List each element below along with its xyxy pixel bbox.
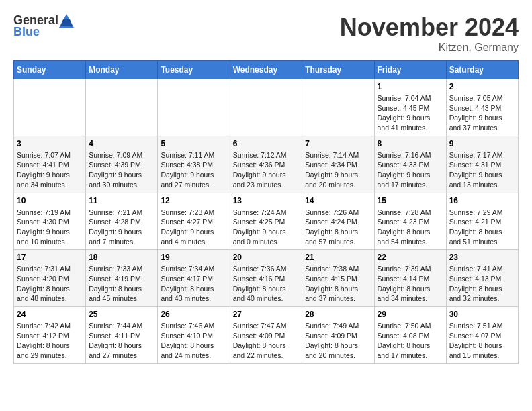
calendar-cell bbox=[230, 79, 302, 136]
col-header-saturday: Saturday bbox=[446, 61, 518, 79]
calendar-cell bbox=[14, 79, 86, 136]
day-info: Sunrise: 7:51 AM Sunset: 4:07 PM Dayligh… bbox=[449, 321, 515, 361]
calendar-cell: 8Sunrise: 7:16 AM Sunset: 4:33 PM Daylig… bbox=[374, 136, 446, 193]
day-info: Sunrise: 7:07 AM Sunset: 4:41 PM Dayligh… bbox=[17, 150, 83, 190]
day-number: 16 bbox=[449, 196, 515, 205]
calendar-cell bbox=[86, 79, 158, 136]
day-number: 9 bbox=[449, 139, 515, 148]
day-number: 10 bbox=[17, 196, 83, 205]
calendar-header-row: SundayMondayTuesdayWednesdayThursdayFrid… bbox=[14, 61, 519, 79]
calendar-cell: 27Sunrise: 7:47 AM Sunset: 4:09 PM Dayli… bbox=[230, 307, 302, 364]
day-number: 5 bbox=[161, 139, 226, 148]
calendar-cell: 21Sunrise: 7:38 AM Sunset: 4:15 PM Dayli… bbox=[302, 250, 374, 307]
logo-icon bbox=[59, 14, 74, 28]
calendar-cell: 16Sunrise: 7:29 AM Sunset: 4:21 PM Dayli… bbox=[446, 193, 518, 250]
calendar-cell: 18Sunrise: 7:33 AM Sunset: 4:19 PM Dayli… bbox=[86, 250, 158, 307]
day-number: 28 bbox=[305, 310, 371, 319]
day-info: Sunrise: 7:36 AM Sunset: 4:16 PM Dayligh… bbox=[233, 264, 300, 304]
day-info: Sunrise: 7:42 AM Sunset: 4:12 PM Dayligh… bbox=[17, 321, 83, 361]
calendar-cell: 23Sunrise: 7:41 AM Sunset: 4:13 PM Dayli… bbox=[446, 250, 518, 307]
day-info: Sunrise: 7:33 AM Sunset: 4:19 PM Dayligh… bbox=[89, 264, 154, 304]
day-info: Sunrise: 7:23 AM Sunset: 4:27 PM Dayligh… bbox=[161, 208, 226, 247]
day-info: Sunrise: 7:24 AM Sunset: 4:25 PM Dayligh… bbox=[233, 208, 300, 247]
calendar-cell: 4Sunrise: 7:09 AM Sunset: 4:39 PM Daylig… bbox=[86, 136, 158, 193]
day-number: 29 bbox=[378, 310, 443, 319]
calendar-cell: 6Sunrise: 7:12 AM Sunset: 4:36 PM Daylig… bbox=[230, 136, 302, 193]
calendar-cell: 26Sunrise: 7:46 AM Sunset: 4:10 PM Dayli… bbox=[158, 307, 230, 364]
logo-block: General Blue bbox=[13, 13, 75, 39]
calendar-week-1: 1Sunrise: 7:04 AM Sunset: 4:45 PM Daylig… bbox=[14, 79, 519, 136]
day-number: 7 bbox=[305, 139, 371, 148]
day-info: Sunrise: 7:44 AM Sunset: 4:11 PM Dayligh… bbox=[89, 321, 154, 361]
day-number: 4 bbox=[89, 139, 154, 148]
calendar-cell: 19Sunrise: 7:34 AM Sunset: 4:17 PM Dayli… bbox=[158, 250, 230, 307]
calendar-week-3: 10Sunrise: 7:19 AM Sunset: 4:30 PM Dayli… bbox=[14, 193, 519, 250]
day-number: 13 bbox=[233, 196, 300, 205]
day-number: 1 bbox=[378, 82, 443, 91]
calendar-cell: 12Sunrise: 7:23 AM Sunset: 4:27 PM Dayli… bbox=[158, 193, 230, 250]
day-info: Sunrise: 7:12 AM Sunset: 4:36 PM Dayligh… bbox=[233, 150, 300, 190]
svg-marker-1 bbox=[60, 19, 73, 26]
day-number: 8 bbox=[378, 139, 443, 148]
calendar-cell: 29Sunrise: 7:50 AM Sunset: 4:08 PM Dayli… bbox=[374, 307, 446, 364]
calendar-cell: 20Sunrise: 7:36 AM Sunset: 4:16 PM Dayli… bbox=[230, 250, 302, 307]
calendar-cell: 13Sunrise: 7:24 AM Sunset: 4:25 PM Dayli… bbox=[230, 193, 302, 250]
calendar-week-4: 17Sunrise: 7:31 AM Sunset: 4:20 PM Dayli… bbox=[14, 250, 519, 307]
calendar-cell: 24Sunrise: 7:42 AM Sunset: 4:12 PM Dayli… bbox=[14, 307, 86, 364]
day-info: Sunrise: 7:39 AM Sunset: 4:14 PM Dayligh… bbox=[378, 264, 443, 304]
location: Kitzen, Germany bbox=[340, 42, 519, 54]
day-number: 23 bbox=[449, 253, 515, 262]
calendar-cell: 7Sunrise: 7:14 AM Sunset: 4:34 PM Daylig… bbox=[302, 136, 374, 193]
calendar-cell: 11Sunrise: 7:21 AM Sunset: 4:28 PM Dayli… bbox=[86, 193, 158, 250]
calendar-cell: 5Sunrise: 7:11 AM Sunset: 4:38 PM Daylig… bbox=[158, 136, 230, 193]
day-info: Sunrise: 7:50 AM Sunset: 4:08 PM Dayligh… bbox=[378, 321, 443, 361]
day-number: 22 bbox=[378, 253, 443, 262]
day-number: 11 bbox=[89, 196, 154, 205]
day-info: Sunrise: 7:41 AM Sunset: 4:13 PM Dayligh… bbox=[449, 264, 515, 304]
day-info: Sunrise: 7:11 AM Sunset: 4:38 PM Dayligh… bbox=[161, 150, 226, 190]
calendar-cell: 14Sunrise: 7:26 AM Sunset: 4:24 PM Dayli… bbox=[302, 193, 374, 250]
calendar-table: SundayMondayTuesdayWednesdayThursdayFrid… bbox=[13, 60, 519, 364]
calendar-cell: 1Sunrise: 7:04 AM Sunset: 4:45 PM Daylig… bbox=[374, 79, 446, 136]
calendar-week-2: 3Sunrise: 7:07 AM Sunset: 4:41 PM Daylig… bbox=[14, 136, 519, 193]
day-info: Sunrise: 7:19 AM Sunset: 4:30 PM Dayligh… bbox=[17, 208, 83, 247]
day-info: Sunrise: 7:31 AM Sunset: 4:20 PM Dayligh… bbox=[17, 264, 83, 304]
col-header-thursday: Thursday bbox=[302, 61, 374, 79]
day-number: 15 bbox=[378, 196, 443, 205]
day-number: 14 bbox=[305, 196, 371, 205]
calendar-cell: 30Sunrise: 7:51 AM Sunset: 4:07 PM Dayli… bbox=[446, 307, 518, 364]
day-info: Sunrise: 7:16 AM Sunset: 4:33 PM Dayligh… bbox=[378, 150, 443, 190]
day-number: 12 bbox=[161, 196, 226, 205]
day-number: 26 bbox=[161, 310, 226, 319]
day-number: 30 bbox=[449, 310, 515, 319]
calendar-cell: 28Sunrise: 7:49 AM Sunset: 4:09 PM Dayli… bbox=[302, 307, 374, 364]
day-info: Sunrise: 7:49 AM Sunset: 4:09 PM Dayligh… bbox=[305, 321, 371, 361]
calendar-week-5: 24Sunrise: 7:42 AM Sunset: 4:12 PM Dayli… bbox=[14, 307, 519, 364]
calendar-cell: 3Sunrise: 7:07 AM Sunset: 4:41 PM Daylig… bbox=[14, 136, 86, 193]
day-info: Sunrise: 7:14 AM Sunset: 4:34 PM Dayligh… bbox=[305, 150, 371, 190]
day-number: 21 bbox=[305, 253, 371, 262]
col-header-tuesday: Tuesday bbox=[158, 61, 230, 79]
calendar-cell: 17Sunrise: 7:31 AM Sunset: 4:20 PM Dayli… bbox=[14, 250, 86, 307]
day-info: Sunrise: 7:47 AM Sunset: 4:09 PM Dayligh… bbox=[233, 321, 300, 361]
col-header-sunday: Sunday bbox=[14, 61, 86, 79]
day-number: 3 bbox=[17, 139, 83, 148]
calendar-cell bbox=[302, 79, 374, 136]
day-info: Sunrise: 7:29 AM Sunset: 4:21 PM Dayligh… bbox=[449, 208, 515, 247]
col-header-monday: Monday bbox=[86, 61, 158, 79]
calendar-cell bbox=[158, 79, 230, 136]
day-number: 24 bbox=[17, 310, 83, 319]
calendar-cell: 25Sunrise: 7:44 AM Sunset: 4:11 PM Dayli… bbox=[86, 307, 158, 364]
month-title: November 2024 bbox=[340, 13, 519, 42]
calendar-cell: 22Sunrise: 7:39 AM Sunset: 4:14 PM Dayli… bbox=[374, 250, 446, 307]
day-number: 27 bbox=[233, 310, 300, 319]
day-info: Sunrise: 7:38 AM Sunset: 4:15 PM Dayligh… bbox=[305, 264, 371, 304]
day-info: Sunrise: 7:21 AM Sunset: 4:28 PM Dayligh… bbox=[89, 208, 154, 247]
day-info: Sunrise: 7:26 AM Sunset: 4:24 PM Dayligh… bbox=[305, 208, 371, 247]
day-number: 2 bbox=[449, 82, 515, 91]
day-info: Sunrise: 7:46 AM Sunset: 4:10 PM Dayligh… bbox=[161, 321, 226, 361]
day-info: Sunrise: 7:17 AM Sunset: 4:31 PM Dayligh… bbox=[449, 150, 515, 190]
col-header-friday: Friday bbox=[374, 61, 446, 79]
col-header-wednesday: Wednesday bbox=[230, 61, 302, 79]
day-number: 25 bbox=[89, 310, 154, 319]
